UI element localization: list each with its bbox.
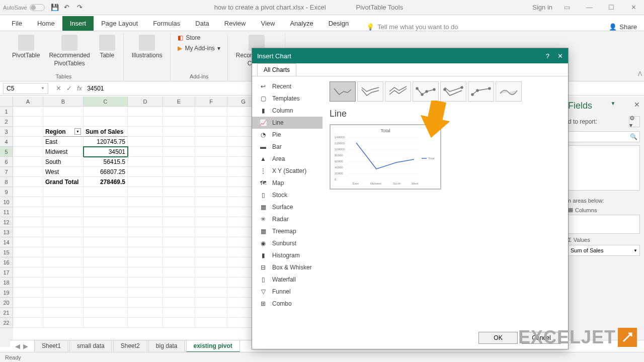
chart-type-stock[interactable]: ▯Stock — [252, 189, 323, 201]
cell-A2[interactable] — [13, 117, 43, 127]
cell-A20[interactable] — [13, 298, 43, 308]
chart-type-column[interactable]: ▮Column — [252, 105, 323, 117]
cell-B20[interactable] — [43, 298, 84, 308]
sheet-tab-big-data[interactable]: big data — [148, 340, 185, 352]
sheet-tab-existing-pivot[interactable]: existing pivot — [186, 340, 240, 352]
cell-D15[interactable] — [128, 247, 163, 257]
cell-C9[interactable] — [84, 187, 128, 197]
cell-F16[interactable] — [195, 257, 227, 267]
cell-D7[interactable] — [128, 167, 163, 177]
cell-F20[interactable] — [195, 298, 227, 308]
formula-input[interactable]: 34501 — [87, 85, 104, 92]
cell-A8[interactable] — [13, 177, 43, 187]
cell-E2[interactable] — [163, 117, 195, 127]
cell-F5[interactable] — [195, 147, 227, 157]
row-header-21[interactable]: 21 — [0, 308, 13, 318]
tab-design[interactable]: Design — [321, 16, 356, 31]
ribbon-options-icon[interactable]: ▭ — [559, 3, 575, 13]
col-header-B[interactable]: B — [43, 97, 84, 107]
ok-button[interactable]: OK — [478, 332, 518, 344]
cell-C21[interactable] — [84, 308, 128, 318]
cell-A11[interactable] — [13, 207, 43, 217]
confirm-formula-icon[interactable]: ✓ — [66, 84, 72, 92]
tell-me-input[interactable]: 💡 Tell me what you want to do — [366, 23, 458, 31]
col-header-F[interactable]: F — [195, 97, 227, 107]
cell-B1[interactable] — [43, 107, 84, 117]
cell-D1[interactable] — [128, 107, 163, 117]
cell-B2[interactable] — [43, 117, 84, 127]
columns-area[interactable] — [568, 215, 640, 234]
dialog-help-icon[interactable]: ? — [546, 52, 549, 60]
cell-D6[interactable] — [128, 157, 163, 167]
cell-A17[interactable] — [13, 267, 43, 278]
share-button[interactable]: 👤 Share — [609, 23, 637, 31]
row-header-19[interactable]: 19 — [0, 288, 13, 298]
cell-C22[interactable] — [84, 318, 128, 328]
cell-C2[interactable] — [84, 117, 128, 127]
cell-C12[interactable] — [84, 217, 128, 227]
cell-D21[interactable] — [128, 308, 163, 318]
cell-D18[interactable] — [128, 278, 163, 288]
subtype-stacked-line-markers[interactable] — [440, 81, 466, 102]
cell-F13[interactable] — [195, 227, 227, 237]
close-pane-icon[interactable]: ✕ — [634, 101, 640, 111]
row-header-8[interactable]: 8 — [0, 177, 13, 187]
cell-E7[interactable] — [163, 167, 195, 177]
cell-C20[interactable] — [84, 298, 128, 308]
cell-E9[interactable] — [163, 187, 195, 197]
pivottable-button[interactable]: PivotTable — [9, 33, 43, 60]
row-header-15[interactable]: 15 — [0, 247, 13, 257]
cell-D10[interactable] — [128, 197, 163, 207]
tab-review[interactable]: Review — [217, 16, 254, 31]
store-button[interactable]: ◧Store — [176, 33, 222, 42]
autosave-toggle[interactable]: AutoSave — [3, 4, 45, 11]
cell-A14[interactable] — [13, 237, 43, 247]
cell-B19[interactable] — [43, 288, 84, 298]
cell-B14[interactable] — [43, 237, 84, 247]
name-box[interactable]: C5▼ — [3, 83, 48, 94]
cell-C8[interactable]: 278469.5 — [84, 177, 128, 187]
cell-A19[interactable] — [13, 288, 43, 298]
cell-F9[interactable] — [195, 187, 227, 197]
cell-A15[interactable] — [13, 247, 43, 257]
cell-E12[interactable] — [163, 217, 195, 227]
cell-F6[interactable] — [195, 157, 227, 167]
row-header-18[interactable]: 18 — [0, 278, 13, 288]
row-header-16[interactable]: 16 — [0, 257, 13, 267]
tab-insert[interactable]: Insert — [62, 16, 94, 31]
row-header-7[interactable]: 7 — [0, 167, 13, 177]
row-header-1[interactable]: 1 — [0, 107, 13, 117]
cell-E17[interactable] — [163, 267, 195, 278]
dialog-tab-allcharts[interactable]: All Charts — [257, 63, 296, 76]
cell-C6[interactable]: 56415.5 — [84, 157, 128, 167]
cell-C1[interactable] — [84, 107, 128, 117]
col-header-C[interactable]: C — [84, 97, 128, 107]
chart-type-box-whisker[interactable]: ⊟Box & Whisker — [252, 261, 323, 274]
chart-type-sunburst[interactable]: ◉Sunburst — [252, 237, 323, 249]
cell-C17[interactable] — [84, 267, 128, 278]
cell-E11[interactable] — [163, 207, 195, 217]
chart-type-line[interactable]: 📈Line — [252, 117, 323, 129]
chart-type-histogram[interactable]: ▮Histogram — [252, 249, 323, 261]
cell-A9[interactable] — [13, 187, 43, 197]
row-header-6[interactable]: 6 — [0, 157, 13, 167]
tab-view[interactable]: View — [253, 16, 282, 31]
cell-E6[interactable] — [163, 157, 195, 167]
cell-A10[interactable] — [13, 197, 43, 207]
row-header-2[interactable]: 2 — [0, 117, 13, 127]
subtype-100-stacked-line[interactable] — [385, 81, 411, 102]
row-header-22[interactable]: 22 — [0, 318, 13, 328]
cell-B9[interactable] — [43, 187, 84, 197]
subtype-line-markers[interactable] — [413, 81, 439, 102]
cell-D16[interactable] — [128, 257, 163, 267]
cell-B17[interactable] — [43, 267, 84, 278]
cell-C14[interactable] — [84, 237, 128, 247]
cell-E10[interactable] — [163, 197, 195, 207]
cell-C4[interactable]: 120745.75 — [84, 137, 128, 147]
cell-A7[interactable] — [13, 167, 43, 177]
cell-A12[interactable] — [13, 217, 43, 227]
row-header-13[interactable]: 13 — [0, 227, 13, 237]
cell-E16[interactable] — [163, 257, 195, 267]
chart-type-templates[interactable]: ▢Templates — [252, 93, 323, 105]
row-header-12[interactable]: 12 — [0, 217, 13, 227]
